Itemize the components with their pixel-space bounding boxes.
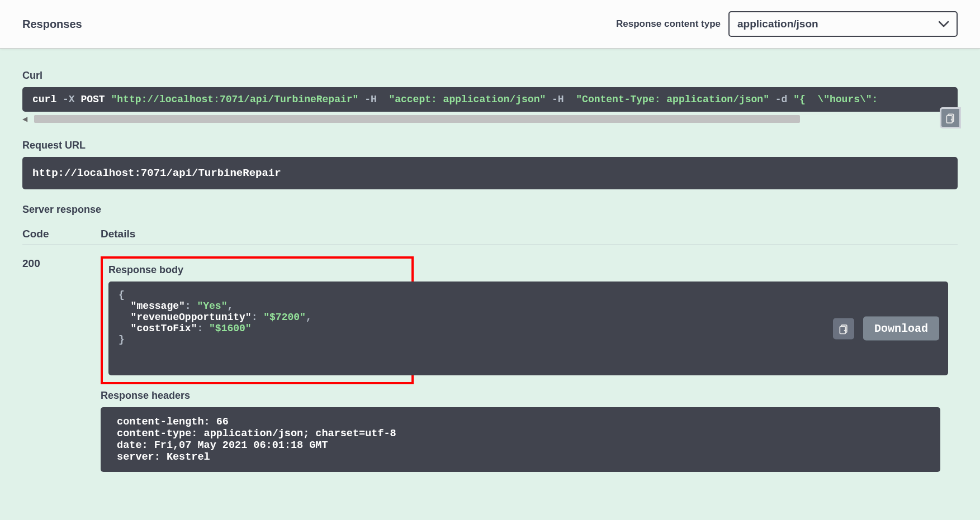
main-content: Curl curl -X POST "http://localhost:7071… [0, 49, 980, 494]
response-body-controls: Download [833, 317, 939, 341]
request-url-value: http://localhost:7071/api/TurbineRepair [32, 167, 281, 179]
curl-url: "http://localhost:7071/api/TurbineRepair… [111, 94, 358, 105]
response-row: 200 Response body { "message": "Yes", "r… [22, 245, 958, 472]
curl-flag-h2: -H [552, 94, 564, 105]
response-body-block[interactable]: { "message": "Yes", "revenueOpportunity"… [108, 282, 948, 375]
status-code: 200 [22, 256, 101, 472]
curl-scrollbar[interactable]: ◀ [22, 113, 958, 125]
responses-header: Responses Response content type applicat… [0, 0, 980, 49]
curl-method: POST [81, 94, 105, 105]
json-val-cost: "$1600" [209, 323, 252, 334]
json-key-revenue: "revenueOpportunity" [131, 312, 252, 323]
curl-label: Curl [22, 70, 958, 82]
json-val-message: "Yes" [197, 300, 227, 312]
curl-cmd: curl [32, 94, 56, 105]
copy-response-button[interactable] [833, 318, 854, 339]
content-type-select[interactable]: application/json [728, 11, 958, 37]
col-code-header: Code [22, 228, 101, 240]
response-table-header: Code Details [22, 221, 958, 245]
clipboard-icon [838, 323, 849, 334]
responses-title: Responses [22, 18, 82, 31]
curl-accept: "accept: application/json" [389, 94, 546, 105]
scroll-left-icon[interactable]: ◀ [22, 115, 27, 123]
curl-flag-d: -d [775, 94, 788, 105]
request-url-block[interactable]: http://localhost:7071/api/TurbineRepair [22, 157, 958, 189]
request-url-label: Request URL [22, 140, 958, 151]
curl-command-block[interactable]: curl -X POST "http://localhost:7071/api/… [22, 87, 958, 112]
content-type-value: application/json [737, 18, 818, 30]
content-type-label: Response content type [616, 18, 721, 30]
response-body-highlight: Response body { "message": "Yes", "reven… [101, 256, 414, 384]
details-cell: Response body { "message": "Yes", "reven… [101, 256, 958, 472]
json-key-cost: "costToFix" [131, 323, 197, 334]
col-details-header: Details [101, 228, 958, 240]
json-key-message: "message" [131, 300, 185, 312]
response-body-label: Response body [108, 264, 406, 276]
scroll-thumb[interactable] [34, 115, 800, 123]
download-button[interactable]: Download [863, 317, 939, 341]
json-val-revenue: "$7200" [263, 312, 306, 323]
curl-flag-h1: -H [364, 94, 377, 105]
curl-content-type: "Content-Type: application/json" [576, 94, 769, 105]
chevron-down-icon [939, 18, 949, 30]
content-type-wrap: Response content type application/json [616, 11, 958, 37]
response-headers-block[interactable]: content-length: 66 content-type: applica… [101, 407, 940, 472]
curl-body: "{ \"hours\": [793, 94, 878, 105]
curl-flag-x: -X [63, 94, 75, 105]
server-response-label: Server response [22, 204, 958, 216]
response-headers-label: Response headers [101, 390, 958, 402]
